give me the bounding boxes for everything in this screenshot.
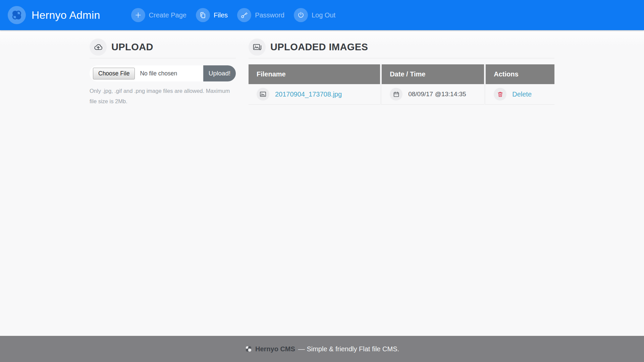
nav-item-create-page[interactable]: Create Page	[131, 8, 186, 22]
main-nav: Create Page Files Password	[131, 8, 336, 22]
trash-icon	[494, 88, 506, 101]
footer-tagline: — Simple & friendly Flat file CMS.	[298, 345, 399, 353]
nav-label: Log Out	[312, 11, 335, 19]
upload-datetime: 08/09/17 @13:14:35	[408, 90, 466, 98]
files-icon	[196, 8, 210, 22]
uploaded-file-link[interactable]: 20170904_173708.jpg	[275, 90, 342, 98]
nav-item-files[interactable]: Files	[196, 8, 228, 22]
four-circles-logo-icon	[11, 9, 23, 21]
top-navbar: Hernyo Admin Create Page Files	[0, 0, 644, 30]
table-header-row: Filename Date / Time Actions	[249, 64, 554, 84]
nav-label: Create Page	[149, 11, 186, 19]
upload-section: UPLOAD Choose File No file chosen Upload…	[90, 39, 236, 336]
datetime-cell: 08/09/17 @13:14:35	[380, 84, 484, 105]
upload-title: UPLOAD	[111, 42, 153, 53]
power-icon	[294, 8, 308, 22]
nav-label: Files	[214, 11, 228, 19]
delete-link[interactable]: Delete	[512, 90, 532, 98]
uploaded-images-title: UPLOADED IMAGES	[270, 42, 368, 53]
hernyo-logo-icon[interactable]	[8, 6, 26, 24]
file-input[interactable]: Choose File No file chosen	[90, 65, 203, 81]
calendar-icon	[390, 88, 402, 101]
filename-cell: 20170904_173708.jpg	[249, 84, 380, 105]
upload-submit-button[interactable]: Upload!	[203, 65, 236, 81]
upload-section-head: UPLOAD	[90, 39, 236, 56]
footer-logo-icon	[245, 345, 252, 353]
column-header-datetime: Date / Time	[380, 64, 484, 84]
nav-item-password[interactable]: Password	[237, 8, 284, 22]
cloud-upload-icon	[90, 39, 107, 56]
uploaded-images-section-head: UPLOADED IMAGES	[249, 39, 554, 56]
column-header-actions: Actions	[484, 64, 554, 84]
column-header-filename: Filename	[249, 64, 380, 84]
site-footer: Hernyo CMS — Simple & friendly Flat file…	[0, 336, 644, 362]
key-icon	[237, 8, 251, 22]
choose-file-button[interactable]: Choose File	[93, 68, 135, 79]
upload-divider	[90, 58, 236, 58]
actions-cell: Delete	[484, 84, 554, 105]
file-input-group: Choose File No file chosen Upload!	[90, 65, 236, 81]
file-chosen-status: No file chosen	[140, 70, 177, 77]
table-row: 20170904_173708.jpg 08/09/17 @13:14:	[249, 84, 554, 105]
main-content: UPLOAD Choose File No file chosen Upload…	[0, 30, 644, 336]
nav-item-log-out[interactable]: Log Out	[294, 8, 335, 22]
brand-title: Hernyo Admin	[32, 9, 100, 21]
plus-icon	[131, 8, 145, 22]
upload-help-text: Only .jpg, .gif and .png image files are…	[90, 86, 236, 107]
footer-brand: Hernyo CMS	[255, 345, 295, 353]
nav-label: Password	[255, 11, 284, 19]
uploaded-images-section: UPLOADED IMAGES Filename Date / Time Act…	[249, 39, 554, 336]
images-icon	[249, 39, 266, 56]
uploaded-images-table: Filename Date / Time Actions	[249, 64, 554, 105]
uploaded-images-divider	[249, 58, 554, 58]
image-file-icon	[257, 88, 269, 101]
